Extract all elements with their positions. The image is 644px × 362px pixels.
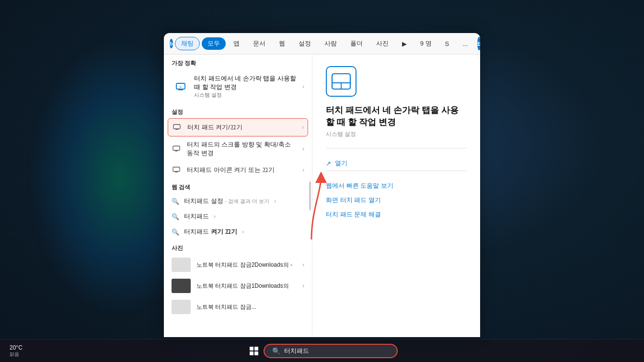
search-tabs-bar: b 채팅 모두 앱 문서 웹 설정 사람 폴더 사진 ▶ 9 명 S ... b [164, 33, 480, 55]
tab-play[interactable]: ▶ [396, 38, 413, 49]
photo-item-2-chevron: › [302, 283, 304, 289]
best-match-icon [173, 79, 188, 94]
best-match-text: 터치 패드에서 네 손가락 탭을 사용할 때 할 작업 변경 시스템 설정 [194, 74, 297, 99]
web-item-3[interactable]: 🔍 터치패드 켜기 끄기 › [164, 224, 312, 239]
tab-settings[interactable]: 설정 [293, 37, 317, 50]
taskbar-search-text: 터치패드 [284, 347, 309, 355]
svg-rect-9 [173, 146, 180, 150]
tab-photos[interactable]: 사진 [370, 37, 394, 50]
scroll-indicator [309, 181, 311, 210]
taskbar-center: 🔍 터치패드 [246, 343, 398, 359]
detail-panel: 터치 패드에서 네 손가락 탭을 사용할 때 할 작업 변경 시스템 설정 ↗ … [312, 55, 480, 337]
best-match-subtitle: 시스템 설정 [194, 91, 297, 99]
setting-scroll-dir-chevron: › [302, 146, 304, 152]
detail-title: 터치 패드에서 네 손가락 탭을 사용할 때 할 작업 변경 [326, 104, 467, 128]
detail-link-1[interactable]: 웹에서 빠른 도움말 보기 [326, 179, 467, 193]
tab-all[interactable]: 모두 [202, 37, 226, 50]
web-text-3: 터치패드 켜기 끄기 [184, 227, 237, 236]
svg-rect-6 [175, 129, 178, 130]
search-panel: b 채팅 모두 앱 문서 웹 설정 사람 폴더 사진 ▶ 9 명 S ... b… [164, 33, 480, 337]
detail-divider-2 [326, 170, 467, 171]
taskbar: 20°C 맑음 🔍 터치패드 [0, 339, 644, 362]
photo-item-2[interactable]: 노트북 터치패드 잠금1Downloads의 › [164, 275, 312, 296]
detail-link-3[interactable]: 터치 패드 문제 해결 [326, 207, 467, 222]
photo-item-3[interactable]: 노트북 터치패드 잠금... [164, 296, 312, 317]
detail-icon [326, 66, 356, 97]
detail-divider [326, 148, 467, 148]
setting-touchpad-icon[interactable]: 터치패드 아이콘 켜기 또는 끄기 › [164, 161, 312, 179]
photo-text-3: 노트북 터치패드 잠금... [196, 303, 304, 311]
photo-item-1[interactable]: 노트북 터치패드 잠금2Downloads의 - › [164, 254, 312, 275]
setting-touchpad-icon-icon [172, 165, 181, 175]
weather-widget[interactable]: 20°C 맑음 [6, 344, 26, 358]
best-match-chevron: › [302, 83, 304, 90]
web-item-1-chevron: › [274, 198, 276, 204]
tab-s[interactable]: S [439, 38, 455, 49]
best-match-title: 터치 패드에서 네 손가락 탭을 사용할 때 할 작업 변경 [194, 74, 297, 91]
weather-temp: 20°C [10, 344, 23, 351]
svg-rect-0 [176, 83, 185, 89]
tab-bing-icon[interactable]: b [170, 39, 173, 48]
web-item-3-chevron: › [242, 228, 244, 235]
photo-text-1: 노트북 터치패드 잠금2Downloads의 - [196, 261, 297, 269]
detail-subtitle: 시스템 설정 [326, 130, 467, 138]
taskbar-search-icon: 🔍 [272, 347, 280, 355]
web-search-icon-2: 🔍 [172, 213, 179, 220]
best-match-item[interactable]: 터치 패드에서 네 손가락 탭을 사용할 때 할 작업 변경 시스템 설정 › [164, 69, 312, 103]
photo-thumb-1 [172, 258, 191, 272]
setting-touchpad-icon-text: 터치패드 아이콘 켜기 또는 끄기 [187, 166, 297, 174]
taskbar-search[interactable]: 🔍 터치패드 [264, 344, 398, 358]
tab-web[interactable]: 웹 [273, 37, 291, 50]
svg-rect-5 [173, 124, 180, 129]
setting-scroll-dir[interactable]: 터치 패드의 스크롤 방향 및 확대/축소 동작 변경 › [164, 136, 312, 161]
setting-touchpad-icon-chevron: › [302, 167, 304, 173]
tab-people[interactable]: 사람 [319, 37, 343, 50]
web-item-2-chevron: › [214, 213, 216, 220]
setting-touchpad-onoff[interactable]: 터치 패드 켜기/끄기 › [168, 118, 308, 136]
setting-scroll-dir-icon [172, 144, 181, 154]
web-item-1[interactable]: 🔍 터치패드 설정 - 검색 결과 더 보기 › [164, 193, 312, 209]
results-panel: 가장 정확 터치 패드에서 네 손가락 탭을 사용할 때 할 작업 변경 시스템… [164, 55, 312, 337]
setting-scroll-dir-text: 터치 패드의 스크롤 방향 및 확대/축소 동작 변경 [187, 140, 297, 158]
tab-document[interactable]: 문서 [247, 37, 271, 50]
photos-header: 사진 [164, 239, 312, 254]
tab-chatting[interactable]: 채팅 [175, 37, 200, 50]
photo-text-2: 노트북 터치패드 잠금1Downloads의 [196, 282, 297, 290]
photo-title-2: 노트북 터치패드 잠금1Downloads의 [196, 282, 297, 290]
search-body: 가장 정확 터치 패드에서 네 손가락 탭을 사용할 때 할 작업 변경 시스템… [164, 55, 480, 337]
tab-more[interactable]: ... [457, 38, 473, 49]
best-match-header: 가장 정확 [164, 55, 312, 69]
svg-rect-10 [175, 151, 178, 151]
detail-open-icon: ↗ [326, 160, 331, 167]
web-text-extra-1: - 검색 결과 더 보기 [225, 198, 269, 204]
photo-title-1: 노트북 터치패드 잠금2Downloads의 - [196, 261, 297, 269]
web-item-2[interactable]: 🔍 터치패드 › [164, 209, 312, 224]
detail-open-label: 열기 [335, 159, 347, 168]
weather-desc: 맑음 [10, 351, 19, 358]
setting-touchpad-onoff-text: 터치 패드 켜기/끄기 [187, 123, 296, 132]
web-header: 웹 검색 [164, 179, 312, 193]
svg-rect-1 [178, 90, 183, 90]
tab-count9[interactable]: 9 명 [414, 37, 437, 50]
detail-link-2[interactable]: 화면 터치 패드 열기 [326, 193, 467, 207]
start-button[interactable] [246, 343, 262, 359]
photo-thumb-3 [172, 300, 191, 314]
start-icon [250, 347, 258, 355]
web-text-bold-3: 켜기 끄기 [211, 228, 238, 235]
web-text-2: 터치패드 [184, 212, 209, 221]
tab-bing-right[interactable]: b [477, 37, 480, 50]
settings-header: 설정 [164, 103, 312, 118]
web-text-1: 터치패드 설정 - 검색 결과 더 보기 [184, 197, 269, 205]
tab-app[interactable]: 앱 [228, 37, 245, 50]
setting-touchpad-onoff-chevron: › [302, 124, 304, 131]
photo-title-3: 노트북 터치패드 잠금... [196, 303, 304, 311]
tab-folder[interactable]: 폴더 [345, 37, 368, 50]
photo-item-1-chevron: › [302, 261, 304, 268]
web-search-icon-3: 🔍 [172, 228, 179, 236]
detail-open-action[interactable]: ↗ 열기 [326, 156, 467, 170]
svg-rect-12 [173, 167, 180, 171]
photo-thumb-2 [172, 279, 191, 293]
svg-rect-13 [175, 172, 178, 172]
web-search-icon-1: 🔍 [172, 198, 179, 205]
setting-touchpad-onoff-icon [172, 123, 182, 132]
